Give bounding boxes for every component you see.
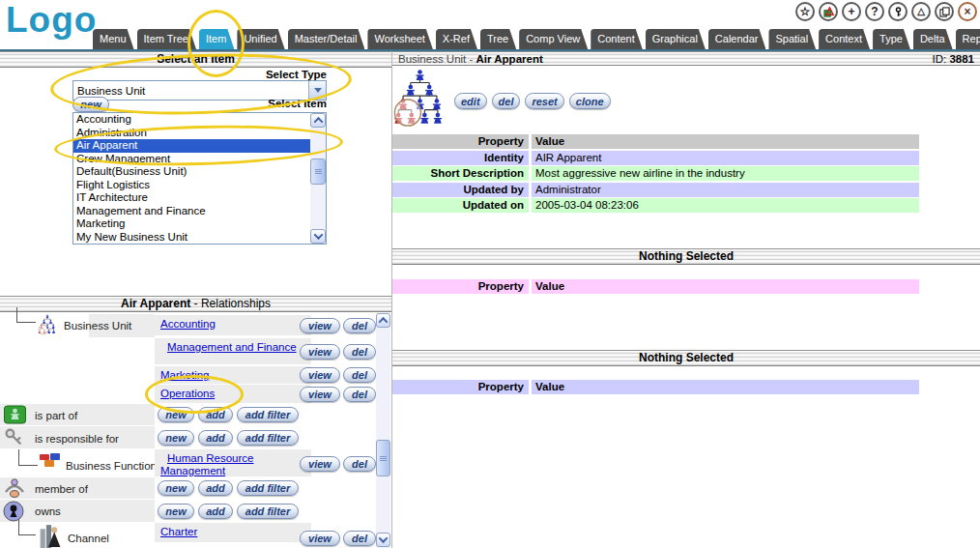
tab-spatial[interactable]: Spatial [768,29,816,49]
tab-graphical[interactable]: Graphical [646,29,706,49]
tab-context[interactable]: Context [819,29,870,49]
detail-panel-header: Business Unit - Air Apparent ID: 3881 [392,51,980,66]
add-filter-button[interactable]: add filter [237,504,299,519]
clone-button[interactable]: clone [569,93,611,109]
list-item[interactable]: Accounting [73,113,310,127]
tab-delta[interactable]: Delta [913,29,953,49]
new-button[interactable]: new [158,480,194,496]
add-button[interactable]: add [198,480,233,496]
related-item-link[interactable]: Human Resource Management [160,452,253,476]
list-item-selected[interactable]: Air Apparent [73,139,310,153]
related-item-link[interactable]: Operations [160,388,215,399]
select-item-label: Select Item [153,98,327,109]
property-value: AIR Apparent [532,151,919,165]
tree-connector [18,519,36,535]
view-button[interactable]: view [300,531,340,546]
related-item-link[interactable]: Marketing [160,369,210,381]
tab-item-tree[interactable]: Item Tree [137,29,196,49]
detail-item-name: Air Apparent [476,53,543,65]
edit-button[interactable]: edit [454,93,487,109]
copy-window-icon[interactable] [935,2,954,21]
view-button[interactable]: view [300,318,340,333]
nothing-selected-header-2: Nothing Selected [392,350,980,366]
delete-button[interactable]: del [343,387,376,402]
item-listbox[interactable]: Accounting Administration Air Apparent C… [72,112,327,245]
list-item[interactable]: Flight Logistics [73,179,310,192]
add-filter-button[interactable]: add filter [237,430,299,446]
tab-comp-view[interactable]: Comp View [519,29,588,49]
tab-master-detail[interactable]: Master/Detail [288,29,365,49]
scroll-down-button[interactable] [310,229,326,244]
delete-button[interactable]: del [343,531,376,546]
scroll-up-button[interactable] [310,113,326,128]
property-column-header: Property [392,134,529,149]
new-item-button[interactable]: new [72,97,109,112]
delete-button[interactable]: del [343,456,376,472]
tab-worksheet[interactable]: Worksheet [367,29,432,49]
tab-unified[interactable]: Unified [237,29,284,49]
scrollbar-thumb[interactable] [376,440,390,476]
select-item-panel-header: Select an Item [0,51,391,68]
add-button[interactable]: add [198,430,233,446]
delta-icon[interactable]: △ [911,2,931,21]
related-item-link[interactable]: Accounting [160,318,216,330]
tab-content[interactable]: Content [591,29,643,49]
related-item-link[interactable]: Management and Finance [167,341,297,353]
view-button[interactable]: view [300,344,340,360]
list-item[interactable]: My New Business Unit [73,231,310,245]
reset-button[interactable]: reset [525,93,563,109]
scrollbar-thumb[interactable] [310,159,326,185]
tab-report[interactable]: Report [956,29,980,49]
list-scrollbar[interactable] [310,113,326,244]
tab-item[interactable]: Item [199,29,234,49]
list-item[interactable]: Management and Finance [73,205,310,218]
add-button[interactable]: add [198,407,233,422]
list-item[interactable]: Crew Management [73,153,310,166]
model-overlay-icon[interactable] [819,2,838,21]
relationships-scrollbar[interactable] [376,313,390,548]
scroll-up-button[interactable] [376,313,390,328]
relation-name: owns [35,505,61,517]
related-item-cell: Operations [155,385,311,403]
new-button[interactable]: new [158,430,194,446]
add-filter-button[interactable]: add filter [237,407,299,422]
list-item[interactable]: Default(Business Unit) [73,165,310,179]
property-name: Updated on [392,198,529,213]
property-value: 2005-03-04 08:23:06 [532,198,919,213]
delete-button[interactable]: del [343,344,376,360]
delete-button[interactable]: del [343,318,376,333]
add-icon[interactable]: + [842,2,861,21]
delete-button[interactable]: del [492,93,521,109]
tab-tree[interactable]: Tree [480,29,516,49]
property-value: Most aggressive new airline in the indus… [532,166,919,181]
view-button[interactable]: view [300,387,340,402]
key-icon[interactable] [888,2,908,21]
new-button[interactable]: new [158,407,194,422]
delete-button[interactable]: del [343,367,376,383]
view-button[interactable]: view [300,456,340,472]
close-icon[interactable]: × [958,2,977,21]
related-item-cell: Accounting [155,315,311,335]
relation-name: is part of [35,410,77,421]
scroll-down-button[interactable] [376,533,390,547]
favorites-star-icon[interactable]: ☆ [795,2,815,21]
list-item[interactable]: IT Architecture [73,191,310,205]
property-column-header: Property [392,279,529,294]
related-item-cell: Management and Finance [155,338,311,364]
related-item-link[interactable]: Charter [160,526,197,537]
view-button[interactable]: view [300,367,340,383]
detail-id-value: 3881 [949,53,974,65]
help-icon[interactable]: ? [865,2,884,21]
add-button[interactable]: add [198,504,233,519]
list-item[interactable]: Administration [73,127,310,140]
add-filter-button[interactable]: add filter [237,480,299,496]
tab-calendar[interactable]: Calendar [708,29,766,49]
list-item[interactable]: Marketing [73,217,310,231]
value-column-header: Value [532,380,919,394]
new-button[interactable]: new [158,504,194,519]
tab-menu[interactable]: Menu [93,29,134,49]
channel-icon [37,522,62,548]
value-column-header: Value [532,134,919,149]
tab-x-ref[interactable]: X-Ref [436,29,477,49]
tab-type[interactable]: Type [873,29,910,49]
